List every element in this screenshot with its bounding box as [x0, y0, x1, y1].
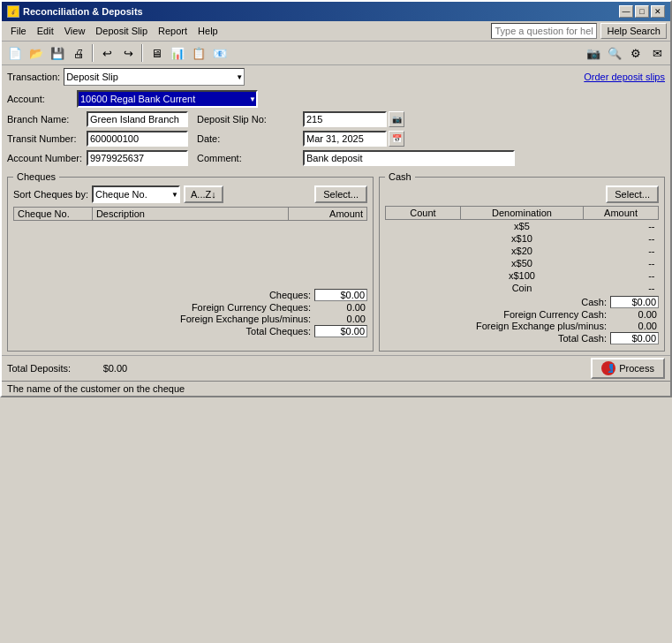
cash-select-button[interactable]: Select...	[606, 185, 659, 203]
sort-label: Sort Cheques by:	[13, 189, 88, 200]
chart-button[interactable]: 📊	[168, 43, 187, 63]
deposit-slip-camera-button[interactable]: 📷	[389, 111, 404, 127]
cash-table: Count Denomination Amount x$5 -- x$10 --	[385, 206, 659, 294]
toolbar-separator-1	[92, 44, 94, 62]
help-search-input[interactable]	[491, 23, 597, 39]
account-number-input[interactable]	[87, 150, 188, 166]
foreign-currency-cheques-value: 0.00	[314, 302, 367, 313]
denomination-x5-row: x$5 --	[386, 220, 659, 233]
x100-count	[386, 269, 461, 282]
open-button[interactable]: 📂	[26, 43, 46, 63]
cheques-table-body	[14, 221, 367, 287]
cheque-empty-row-3	[14, 247, 367, 261]
order-deposit-slips-link[interactable]: Order deposit slips	[584, 72, 665, 82]
branch-name-label: Branch Name:	[7, 114, 87, 125]
x10-count	[386, 232, 461, 245]
report-button[interactable]: 📋	[189, 43, 208, 63]
cheque-empty-row-2	[14, 234, 367, 247]
cheque-empty-row-5	[14, 274, 367, 287]
toolbar-icon-2[interactable]: 🔍	[605, 43, 624, 63]
cash-label: Cash:	[474, 297, 607, 307]
toolbar-separator-2	[141, 44, 143, 62]
menu-deposit-slip[interactable]: Deposit Slip	[90, 24, 153, 38]
save-button[interactable]: 💾	[48, 43, 67, 63]
denomination-x50-row: x$50 --	[386, 257, 659, 269]
calendar-button[interactable]: 📅	[389, 131, 404, 147]
az-sort-button[interactable]: A...Z↓	[184, 185, 223, 203]
account-row: Account: 10600 Regal Bank Current	[2, 88, 670, 110]
account-number-label: Account Number:	[7, 153, 87, 163]
foreign-currency-cheques-label: Foreign Currency Cheques:	[152, 302, 311, 313]
transit-number-input[interactable]	[87, 131, 188, 147]
cheques-totals: Cheques: $0.00 Foreign Currency Cheques:…	[13, 289, 367, 337]
undo-button[interactable]: ↩	[97, 43, 117, 63]
process-button-label: Process	[619, 363, 654, 374]
cheques-total-row: Cheques: $0.00	[13, 289, 367, 301]
display-button[interactable]: 🖥	[147, 43, 166, 63]
x50-count	[386, 257, 461, 269]
x5-label: x$5	[460, 220, 583, 233]
menu-bar: File Edit View Deposit Slip Report Help	[2, 22, 487, 40]
minimize-button[interactable]: —	[619, 5, 633, 18]
redo-button[interactable]: ↪	[118, 43, 138, 63]
cheques-legend: Cheques	[13, 171, 59, 182]
coin-label: Coin	[460, 282, 583, 294]
total-deposits-value: $0.00	[76, 363, 129, 374]
toolbar-icon-4[interactable]: ✉	[647, 43, 667, 63]
foreign-currency-cash-value: 0.00	[610, 309, 659, 320]
count-header: Count	[386, 207, 461, 220]
transaction-label: Transaction:	[7, 72, 60, 82]
menu-edit[interactable]: Edit	[32, 24, 59, 38]
cheques-select-button[interactable]: Select...	[314, 185, 367, 203]
sort-select[interactable]: Cheque No. Amount Description	[92, 185, 180, 203]
deposit-slip-no-input[interactable]	[303, 111, 387, 127]
menu-view[interactable]: View	[59, 24, 91, 38]
cash-select-row: Select...	[385, 185, 659, 203]
denomination-x100-row: x$100 --	[386, 269, 659, 282]
x20-count	[386, 245, 461, 257]
foreign-exchange-cash-label: Foreign Exchange plus/minus:	[474, 321, 607, 331]
title-buttons: — □ ✕	[619, 5, 665, 18]
bottom-bar: Total Deposits: $0.00 👤 Process	[2, 355, 670, 381]
denomination-coin-row: Coin --	[386, 282, 659, 294]
x10-label: x$10	[460, 232, 583, 245]
foreign-exchange-cheques-row: Foreign Exchange plus/minus: 0.00	[13, 314, 367, 324]
close-button[interactable]: ✕	[651, 5, 665, 18]
date-input[interactable]	[303, 131, 387, 147]
maximize-button[interactable]: □	[635, 5, 649, 18]
x100-label: x$100	[460, 269, 583, 282]
cheque-empty-row-4	[14, 261, 367, 274]
window-title: Reconciliation & Deposits	[23, 6, 143, 17]
print-button[interactable]: 🖨	[69, 43, 88, 63]
total-cheques-row: Total Cheques: $0.00	[13, 325, 367, 337]
account-label: Account:	[7, 94, 73, 104]
total-cheques-value: $0.00	[314, 325, 367, 337]
toolbar: 📄 📂 💾 🖨 ↩ ↪ 🖥 📊 📋 📧 📷 🔍 ⚙ ✉	[2, 42, 670, 65]
toolbar-icon-3[interactable]: ⚙	[626, 43, 646, 63]
x5-count	[386, 220, 461, 233]
x20-label: x$20	[460, 245, 583, 257]
panels-area: Cheques Sort Cheques by: Cheque No. Amou…	[2, 168, 670, 355]
branch-deposit-row: Branch Name: Deposit Slip No: 📷	[2, 110, 670, 129]
process-button[interactable]: 👤 Process	[591, 358, 665, 379]
x50-amount: --	[584, 257, 659, 269]
menu-help[interactable]: Help	[193, 24, 223, 38]
total-cheques-label: Total Cheques:	[152, 326, 311, 337]
new-button[interactable]: 📄	[5, 43, 25, 63]
sort-select-wrapper: Cheque No. Amount Description	[92, 185, 180, 203]
amount-header: Amount	[289, 208, 367, 221]
branch-name-input[interactable]	[87, 111, 188, 127]
cheques-table: Cheque No. Description Amount	[13, 207, 367, 287]
transaction-select[interactable]: Deposit Slip	[64, 68, 245, 86]
total-deposits-label: Total Deposits:	[7, 363, 71, 374]
menu-file[interactable]: File	[5, 24, 32, 38]
account-select[interactable]: 10600 Regal Bank Current	[77, 90, 258, 108]
comment-input[interactable]	[303, 150, 515, 166]
foreign-currency-cash-label: Foreign Currency Cash:	[474, 309, 607, 320]
menu-report[interactable]: Report	[153, 24, 193, 38]
toolbar-icon-1[interactable]: 📷	[584, 43, 603, 63]
denomination-header: Denomination	[460, 207, 583, 220]
x5-amount: --	[584, 220, 659, 233]
help-search-button[interactable]: Help Search	[600, 23, 667, 39]
email-button[interactable]: 📧	[210, 43, 230, 63]
